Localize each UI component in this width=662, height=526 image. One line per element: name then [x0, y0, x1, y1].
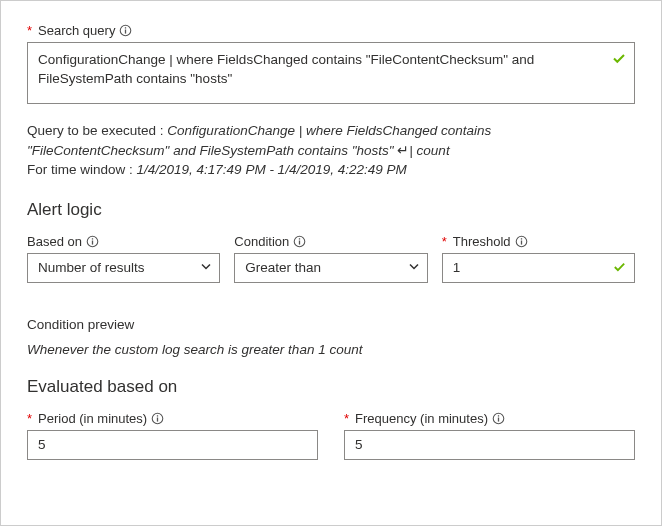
svg-rect-4 — [92, 240, 93, 244]
required-asterisk: * — [344, 411, 349, 426]
search-query-label: * Search query — [27, 23, 635, 38]
condition-label-text: Condition — [234, 234, 289, 249]
svg-rect-11 — [520, 238, 521, 239]
condition-preview-text: Whenever the custom log search is greate… — [27, 342, 635, 357]
svg-rect-8 — [299, 238, 300, 239]
condition-preview-label: Condition preview — [27, 317, 635, 332]
period-label-text: Period (in minutes) — [38, 411, 147, 426]
alert-rule-config-panel: * Search query ConfigurationChange | whe… — [0, 0, 662, 526]
based-on-select[interactable]: Number of results — [27, 253, 220, 283]
period-label: * Period (in minutes) — [27, 411, 318, 426]
info-icon[interactable] — [86, 235, 99, 248]
time-window-prefix: For time window : — [27, 162, 137, 177]
search-query-label-text: Search query — [38, 23, 115, 38]
info-icon[interactable] — [119, 24, 132, 37]
required-asterisk: * — [442, 234, 447, 249]
search-query-input[interactable]: ConfigurationChange | where FieldsChange… — [27, 42, 635, 104]
frequency-label: * Frequency (in minutes) — [344, 411, 635, 426]
checkmark-icon — [611, 50, 627, 69]
return-icon: ↵ — [397, 143, 409, 158]
evaluated-heading: Evaluated based on — [27, 377, 635, 397]
svg-rect-7 — [299, 240, 300, 244]
based-on-label-text: Based on — [27, 234, 82, 249]
svg-rect-16 — [498, 417, 499, 421]
condition-label: Condition — [234, 234, 427, 249]
required-asterisk: * — [27, 411, 32, 426]
query-preview-prefix: Query to be executed : — [27, 123, 167, 138]
condition-select[interactable]: Greater than — [234, 253, 427, 283]
frequency-input[interactable] — [344, 430, 635, 460]
svg-rect-14 — [157, 415, 158, 416]
based-on-label: Based on — [27, 234, 220, 249]
evaluated-row: * Period (in minutes) * Frequency (in mi… — [27, 411, 635, 460]
info-icon[interactable] — [293, 235, 306, 248]
info-icon[interactable] — [492, 412, 505, 425]
info-icon[interactable] — [151, 412, 164, 425]
svg-rect-1 — [125, 30, 126, 34]
alert-logic-heading: Alert logic — [27, 200, 635, 220]
svg-rect-17 — [498, 415, 499, 416]
checkmark-icon — [612, 259, 627, 277]
threshold-label: * Threshold — [442, 234, 635, 249]
time-window-value: 1/4/2019, 4:17:49 PM - 1/4/2019, 4:22:49… — [137, 162, 407, 177]
threshold-label-text: Threshold — [453, 234, 511, 249]
svg-rect-13 — [157, 417, 158, 421]
frequency-label-text: Frequency (in minutes) — [355, 411, 488, 426]
period-input[interactable] — [27, 430, 318, 460]
search-query-field-wrap: ConfigurationChange | where FieldsChange… — [27, 42, 635, 107]
alert-logic-row: Based on Number of results Condition — [27, 234, 635, 283]
query-preview-count: | count — [409, 143, 449, 158]
required-asterisk: * — [27, 23, 32, 38]
svg-rect-10 — [520, 240, 521, 244]
threshold-input[interactable] — [442, 253, 635, 283]
query-execution-preview: Query to be executed : ConfigurationChan… — [27, 121, 635, 180]
svg-rect-2 — [125, 27, 126, 28]
svg-rect-5 — [92, 238, 93, 239]
info-icon[interactable] — [515, 235, 528, 248]
